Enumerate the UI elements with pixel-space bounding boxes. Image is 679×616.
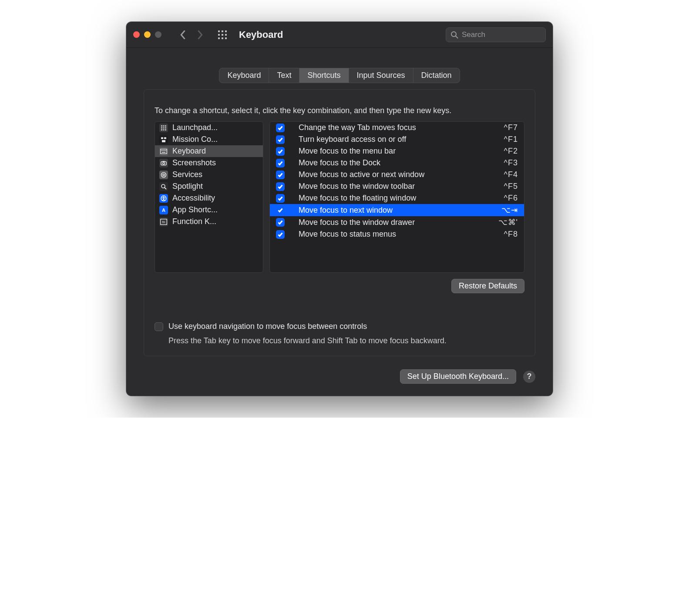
svg-rect-2 xyxy=(225,30,227,32)
traffic-lights xyxy=(133,31,161,38)
svg-rect-28 xyxy=(162,152,165,153)
category-label: Accessibility xyxy=(172,194,215,203)
tab-keyboard[interactable]: Keyboard xyxy=(219,68,269,83)
svg-rect-4 xyxy=(222,34,223,36)
svg-rect-15 xyxy=(163,127,165,128)
svg-rect-7 xyxy=(222,37,223,39)
shortcut-checkbox[interactable] xyxy=(276,171,285,179)
tab-dictation[interactable]: Dictation xyxy=(413,68,460,83)
svg-text:fn: fn xyxy=(162,220,165,224)
shortcut-key[interactable]: ⌥⇥ xyxy=(501,205,518,215)
shortcut-row[interactable]: Move focus to the window drawer⌥⌘' xyxy=(270,216,524,228)
shortcut-row[interactable]: Move focus to the window toolbar^F5 xyxy=(270,181,524,192)
spotlight-icon xyxy=(159,182,168,191)
svg-point-33 xyxy=(163,174,165,176)
shortcut-checkbox[interactable] xyxy=(276,135,285,144)
window-title: Keyboard xyxy=(239,29,283,40)
shortcut-checkbox[interactable] xyxy=(276,194,285,203)
shortcut-label: Turn keyboard access on or off xyxy=(291,135,498,144)
shortcut-row[interactable]: Move focus to status menus^F8 xyxy=(270,228,524,240)
forward-button[interactable] xyxy=(193,27,208,42)
close-window-button[interactable] xyxy=(133,31,140,38)
svg-rect-16 xyxy=(165,127,166,128)
shortcut-row[interactable]: Move focus to the menu bar^F2 xyxy=(270,145,524,157)
shortcut-row[interactable]: Move focus to next window⌥⇥ xyxy=(270,204,524,216)
shortcut-key[interactable]: ^F4 xyxy=(504,170,518,179)
svg-rect-12 xyxy=(163,125,165,127)
shortcut-key[interactable]: ^F2 xyxy=(504,147,518,156)
shortcut-checkbox[interactable] xyxy=(276,182,285,191)
shortcut-checkbox[interactable] xyxy=(276,124,285,132)
minimize-window-button[interactable] xyxy=(144,31,151,38)
category-row[interactable]: Accessibility xyxy=(155,192,263,204)
keyboard-nav-checkbox[interactable] xyxy=(155,322,163,331)
category-label: Launchpad... xyxy=(172,123,218,132)
svg-rect-19 xyxy=(165,129,166,131)
svg-rect-26 xyxy=(164,150,165,151)
shortcut-key[interactable]: ^F8 xyxy=(504,230,518,239)
keyboard-nav-option[interactable]: Use keyboard navigation to move focus be… xyxy=(155,322,524,331)
category-row[interactable]: Services xyxy=(155,169,263,181)
category-label: App Shortc... xyxy=(172,205,218,214)
tab-shortcuts[interactable]: Shortcuts xyxy=(299,68,349,83)
shortcut-checkbox[interactable] xyxy=(276,147,285,156)
zoom-window-button[interactable] xyxy=(155,31,161,38)
category-row[interactable]: Keyboard xyxy=(155,145,263,157)
category-label: Spotlight xyxy=(172,182,203,191)
function-keys-icon: fn xyxy=(159,218,168,226)
category-row[interactable]: AApp Shortc... xyxy=(155,204,263,216)
shortcut-key[interactable]: ⌥⌘' xyxy=(498,218,518,227)
svg-rect-13 xyxy=(165,125,166,127)
category-row[interactable]: Mission Co... xyxy=(155,134,263,145)
shortcut-key[interactable]: ^F5 xyxy=(504,182,518,191)
shortcut-checkbox[interactable] xyxy=(276,230,285,239)
search-icon xyxy=(450,31,458,39)
svg-rect-3 xyxy=(218,34,220,36)
services-icon xyxy=(159,171,168,179)
category-label: Screenshots xyxy=(172,158,216,167)
shortcut-row[interactable]: Move focus to the floating window^F6 xyxy=(270,192,524,204)
category-row[interactable]: Screenshots xyxy=(155,157,263,169)
app-shortcuts-icon: A xyxy=(159,206,168,214)
shortcut-label: Move focus to the window toolbar xyxy=(291,182,498,191)
search-field[interactable] xyxy=(446,27,546,42)
category-label: Function K... xyxy=(172,217,216,226)
category-row[interactable]: fnFunction K... xyxy=(155,216,263,228)
svg-rect-20 xyxy=(161,137,163,139)
shortcut-key[interactable]: ^F1 xyxy=(504,135,518,144)
tab-input-sources[interactable]: Input Sources xyxy=(349,68,413,83)
category-row[interactable]: Launchpad... xyxy=(155,122,263,134)
tab-text[interactable]: Text xyxy=(269,68,299,83)
shortcut-row[interactable]: Turn keyboard access on or off^F1 xyxy=(270,134,524,145)
svg-rect-6 xyxy=(218,37,220,39)
category-label: Mission Co... xyxy=(172,135,218,144)
shortcut-row[interactable]: Change the way Tab moves focus^F7 xyxy=(270,122,524,134)
shortcut-checkbox[interactable] xyxy=(276,218,285,227)
category-list[interactable]: Launchpad...Mission Co...KeyboardScreens… xyxy=(155,121,263,273)
back-button[interactable] xyxy=(175,27,190,42)
shortcut-key[interactable]: ^F3 xyxy=(504,158,518,167)
shortcut-row[interactable]: Move focus to active or next window^F4 xyxy=(270,169,524,181)
shortcut-key[interactable]: ^F7 xyxy=(504,123,518,132)
shortcut-key[interactable]: ^F6 xyxy=(504,194,518,203)
shortcut-label: Move focus to the menu bar xyxy=(291,147,498,156)
shortcuts-panel: To change a shortcut, select it, click t… xyxy=(144,89,535,356)
help-button[interactable]: ? xyxy=(523,371,535,383)
svg-rect-5 xyxy=(225,34,227,36)
category-row[interactable]: Spotlight xyxy=(155,181,263,192)
setup-bluetooth-button[interactable]: Set Up Bluetooth Keyboard... xyxy=(400,369,516,384)
shortcut-row[interactable]: Move focus to the Dock^F3 xyxy=(270,157,524,169)
search-input[interactable] xyxy=(462,30,541,39)
svg-point-30 xyxy=(163,162,165,164)
show-all-icon[interactable] xyxy=(216,29,229,41)
shortcut-checkbox[interactable] xyxy=(276,206,285,214)
shortcut-label: Move focus to the Dock xyxy=(291,158,498,167)
shortcut-list[interactable]: Change the way Tab moves focus^F7Turn ke… xyxy=(269,121,524,273)
svg-rect-17 xyxy=(161,129,162,131)
keyboard-icon xyxy=(159,147,168,156)
titlebar: Keyboard xyxy=(126,22,553,48)
shortcut-checkbox[interactable] xyxy=(276,159,285,167)
restore-defaults-button[interactable]: Restore Defaults xyxy=(451,279,524,293)
launchpad-icon xyxy=(159,124,168,132)
svg-rect-27 xyxy=(165,150,166,151)
